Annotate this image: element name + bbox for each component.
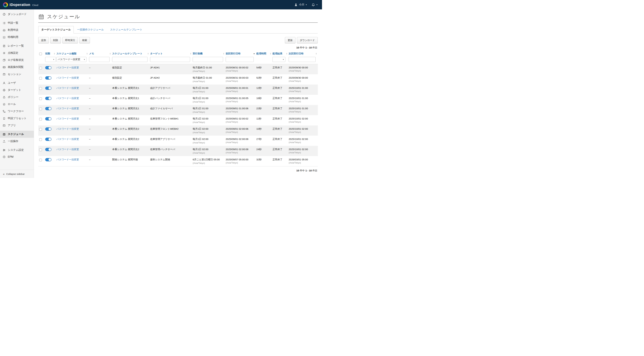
column-header-schedule-type[interactable]: スケジュール種類▲▼ <box>56 51 89 56</box>
sidebar-item-bulk-operation[interactable]: 一括操作 <box>0 138 34 145</box>
column-header-next-run[interactable]: 次回実行日時▲▼ <box>288 51 318 56</box>
status-toggle[interactable] <box>45 86 52 90</box>
status-toggle[interactable] <box>45 107 52 110</box>
schedule-type-link[interactable]: パスワード一括変更 <box>56 66 79 69</box>
pagination-summary: 10 件中 1 - 10 件目 <box>38 46 318 49</box>
sidebar-item-schedule[interactable]: スケジュール <box>0 131 34 138</box>
memo-cell: – <box>89 64 112 74</box>
timezone-label: (Asia/Tokyo) <box>193 111 224 113</box>
row-checkbox[interactable] <box>39 138 42 141</box>
notifications-menu[interactable]: ▼ <box>312 3 318 6</box>
dashboard-icon <box>3 13 6 16</box>
status-toggle[interactable] <box>45 158 52 161</box>
schedule-type-link[interactable]: パスワード一括変更 <box>56 117 79 120</box>
sidebar-item-system-settings[interactable]: システム設定 <box>0 146 34 154</box>
status-filter-select[interactable]: ▼ <box>45 57 56 62</box>
sidebar-item-policy[interactable]: ポリシー <box>0 94 34 101</box>
status-toggle[interactable] <box>45 97 52 100</box>
toggle-knob <box>48 128 51 130</box>
status-toggle[interactable] <box>45 138 52 141</box>
status-toggle[interactable] <box>45 66 52 69</box>
trigger-cell: 毎月1日 01:00(Asia/Tokyo) <box>192 105 225 115</box>
sidebar-item-role[interactable]: ロール <box>0 101 34 108</box>
schedule-table: 状態▲▼スケジュール種類▲▼メモ▲▼スケジュールテンプレート▲▼ターゲット▲▼実… <box>38 51 318 166</box>
result-cell: 正常終了 <box>272 95 288 105</box>
download-button[interactable]: ダウンロード <box>297 37 318 43</box>
sidebar-item-privileged-use[interactable]: 特権利用 <box>0 34 34 41</box>
schedule-type-link[interactable]: パスワード一括変更 <box>56 76 79 79</box>
last-run-cell: 2025/09/01 02:00:08(Asia/Tokyo) <box>225 136 256 146</box>
column-header-status[interactable]: 状態▲▼ <box>45 51 56 56</box>
sidebar-item-epm[interactable]: EPM <box>0 154 34 160</box>
column-header-duration[interactable]: 処理時間▲▼ <box>256 51 272 56</box>
column-header-last-run[interactable]: 前回実行日時▼ <box>225 51 256 56</box>
row-checkbox[interactable] <box>39 148 42 151</box>
sidebar-item-label: ポリシー <box>8 95 18 99</box>
sidebar-item-log-collection[interactable]: ログ収集状況 <box>0 56 34 64</box>
sidebar-item-request-preset[interactable]: 申請プリセット <box>0 115 34 122</box>
sidebar-item-dashboard[interactable]: ダッシュボード <box>0 11 34 18</box>
schedule-type-link[interactable]: パスワード一括変更 <box>56 138 79 140</box>
status-toggle[interactable] <box>45 148 52 151</box>
sidebar-item-usage-request[interactable]: 利用申請 <box>0 26 34 34</box>
row-checkbox[interactable] <box>39 77 42 80</box>
column-header-memo[interactable]: メモ▲▼ <box>89 51 112 56</box>
memo-cell: – <box>89 136 112 146</box>
result-filter-select[interactable]: ▼ <box>272 57 286 62</box>
add-button[interactable]: 追加 <box>38 37 49 43</box>
row-checkbox[interactable] <box>39 159 42 161</box>
sidebar-item-screen-operation[interactable]: 画面操作閲覧 <box>0 64 34 71</box>
tab-target-schedule[interactable]: ターゲットスケジュール <box>38 26 74 33</box>
delete-button[interactable]: 削除 <box>50 37 61 43</box>
row-checkbox[interactable] <box>39 97 42 100</box>
status-toggle[interactable] <box>45 76 52 80</box>
sidebar-item-app[interactable]: アプリ <box>0 122 34 129</box>
target-filter-input[interactable] <box>150 57 190 62</box>
refresh-button[interactable]: 更新 <box>285 37 296 43</box>
sidebar-item-target[interactable]: ターゲット <box>0 86 34 94</box>
row-checkbox[interactable] <box>39 108 42 110</box>
column-header-result[interactable]: 処理結果▲▼ <box>272 51 288 56</box>
sidebar-item-session[interactable]: セッション <box>0 71 34 78</box>
column-header-trigger[interactable]: 実行契機▲▼ <box>192 51 225 56</box>
sidebar-item-inspection-settings[interactable]: 点検設定 <box>0 49 34 56</box>
table-row: パスワード一括変更–本番システム 夜間月次1会計ファイルサーバ毎月1日 01:0… <box>38 105 318 115</box>
duration-cell: 12秒 <box>256 84 272 95</box>
row-checkbox[interactable] <box>39 118 42 120</box>
tab-schedule-template[interactable]: スケジュールテンプレート <box>109 26 143 33</box>
schedule-type-link[interactable]: パスワード一括変更 <box>56 127 79 130</box>
schedule-type-link[interactable]: パスワード一括変更 <box>56 148 79 151</box>
sidebar-item-user[interactable]: ユーザ <box>0 79 34 86</box>
row-checkbox[interactable] <box>39 87 42 90</box>
next-run-filter-input[interactable] <box>289 57 316 62</box>
sidebar-item-workflow[interactable]: ワークフロー <box>0 108 34 115</box>
schedule-type-link[interactable]: パスワード一括変更 <box>56 158 79 161</box>
column-header-schedule-template[interactable]: スケジュールテンプレート▲▼ <box>112 51 150 56</box>
target-cell: 会計ファイルサーバ <box>150 105 192 115</box>
memo-filter-input[interactable] <box>89 57 110 62</box>
sidebar-nav: ダッシュボード申請一覧利用申請特権利用レポート一覧点検設定ログ収集状況画面操作閲… <box>0 9 34 160</box>
trigger-filter-input[interactable] <box>193 57 223 62</box>
status-toggle[interactable] <box>45 127 52 131</box>
toggle-knob <box>48 66 51 69</box>
schedule-type-link[interactable]: パスワード一括変更 <box>56 107 79 110</box>
sidebar-item-request-list[interactable]: 申請一覧 <box>0 19 34 26</box>
timezone-label: (Asia/Tokyo) <box>193 152 224 154</box>
collapse-sidebar-button[interactable]: « Collapse sidebar <box>0 170 34 178</box>
chevron-down-icon: ▼ <box>306 4 307 5</box>
schedule-type-filter-select[interactable]: パスワード一括変更 ▼ <box>56 57 86 62</box>
user-menu[interactable]: 小川 ▼ <box>294 3 307 6</box>
schedule-type-link[interactable]: パスワード一括変更 <box>56 97 79 99</box>
row-checkbox[interactable] <box>39 67 42 69</box>
run-now-button[interactable]: 即時実行 <box>62 37 78 43</box>
row-checkbox[interactable] <box>39 128 42 131</box>
sidebar-item-report-list[interactable]: レポート一覧 <box>0 42 34 49</box>
search-button[interactable]: 検索 <box>79 37 90 43</box>
column-header-target[interactable]: ターゲット▲▼ <box>150 51 192 56</box>
tab-bulk-operation-schedule[interactable]: 一括操作スケジュール <box>76 26 105 33</box>
schedule-template-filter-input[interactable] <box>112 57 148 62</box>
status-toggle[interactable] <box>45 117 52 120</box>
schedule-type-link[interactable]: パスワード一括変更 <box>56 86 79 89</box>
select-all-checkbox[interactable] <box>39 52 42 55</box>
last-run-filter-input[interactable] <box>226 57 254 62</box>
